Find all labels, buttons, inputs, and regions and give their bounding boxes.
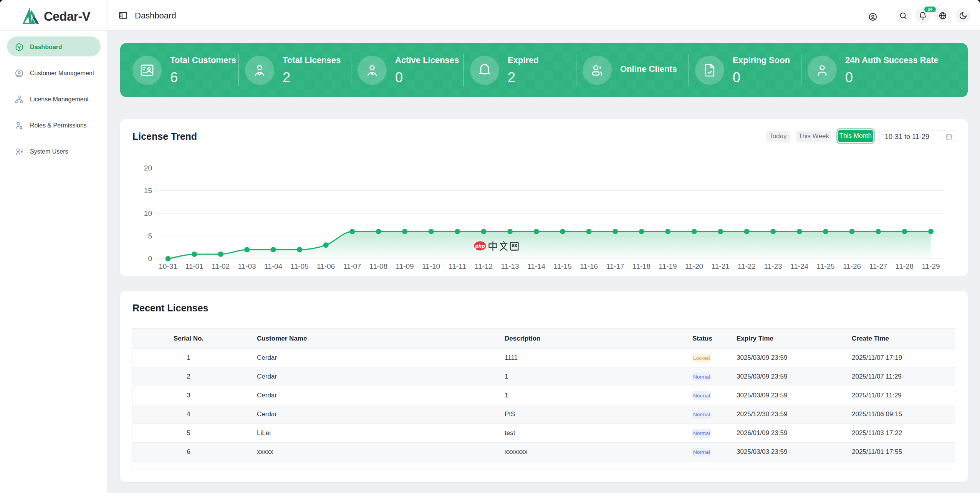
svg-text:11-23: 11-23 — [764, 262, 782, 270]
svg-text:php: php — [475, 243, 485, 249]
svg-text:11-21: 11-21 — [712, 262, 730, 270]
svg-text:11-04: 11-04 — [264, 262, 283, 270]
svg-text:10: 10 — [144, 209, 152, 217]
svg-text:11-13: 11-13 — [501, 262, 519, 270]
svg-text:11-08: 11-08 — [369, 262, 387, 270]
svg-text:11-10: 11-10 — [422, 262, 440, 270]
svg-text:11-03: 11-03 — [238, 262, 256, 270]
svg-text:11-19: 11-19 — [659, 262, 677, 270]
svg-text:11-20: 11-20 — [685, 262, 703, 270]
svg-text:11-25: 11-25 — [817, 262, 835, 270]
svg-text:10-31: 10-31 — [159, 262, 177, 270]
svg-text:11-02: 11-02 — [212, 262, 230, 270]
svg-text:11-29: 11-29 — [922, 262, 940, 270]
svg-text:11-07: 11-07 — [343, 262, 361, 270]
svg-text:11-11: 11-11 — [449, 262, 466, 270]
svg-text:11-05: 11-05 — [291, 262, 309, 270]
svg-text:11-12: 11-12 — [475, 262, 493, 270]
svg-text:11-27: 11-27 — [869, 262, 887, 270]
svg-text:11-09: 11-09 — [396, 262, 414, 270]
svg-text:11-15: 11-15 — [554, 262, 572, 270]
svg-text:15: 15 — [144, 187, 152, 195]
svg-text:11-06: 11-06 — [317, 262, 335, 270]
svg-text:11-28: 11-28 — [896, 262, 914, 270]
svg-text:11-16: 11-16 — [580, 262, 598, 270]
svg-text:11-22: 11-22 — [738, 262, 756, 270]
svg-text:11-01: 11-01 — [185, 262, 204, 270]
svg-text:11-17: 11-17 — [606, 262, 624, 270]
svg-text:11-24: 11-24 — [790, 262, 809, 270]
svg-text:0: 0 — [148, 255, 152, 263]
svg-text:20: 20 — [144, 164, 152, 172]
svg-text:5: 5 — [148, 232, 152, 240]
svg-text:11-26: 11-26 — [843, 262, 861, 270]
svg-text:11-18: 11-18 — [632, 262, 651, 270]
svg-text:11-14: 11-14 — [527, 262, 546, 270]
